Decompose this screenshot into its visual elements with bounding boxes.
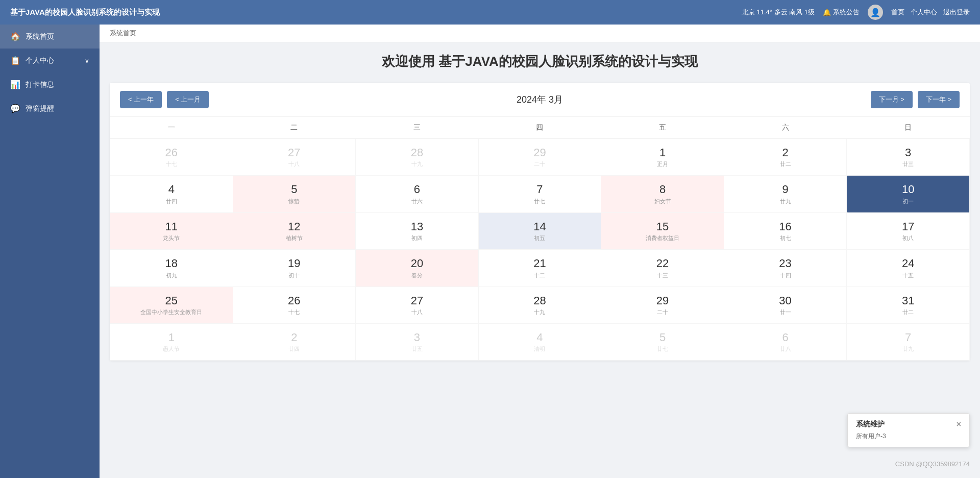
calendar-day[interactable]: 8妇女节 (601, 176, 724, 212)
nav-logout[interactable]: 退出登录 (943, 8, 970, 17)
calendar-day[interactable]: 19初十 (233, 250, 356, 286)
day-number: 30 (728, 294, 843, 307)
calendar-day[interactable]: 14初五 (478, 212, 601, 249)
calendar-day[interactable]: 4廿四 (110, 176, 233, 212)
day-number: 2 (728, 146, 843, 159)
day-lunar: 初五 (483, 234, 597, 242)
calendar-day[interactable]: 4清明 (478, 323, 601, 360)
calendar-day[interactable]: 29二十 (478, 139, 601, 176)
breadcrumb-text: 系统首页 (110, 29, 136, 37)
calendar-day[interactable]: 18初九 (110, 250, 233, 286)
day-number: 29 (483, 146, 597, 159)
calendar-day[interactable]: 15消费者权益日 (601, 212, 724, 249)
calendar-day[interactable]: 6廿六 (356, 176, 479, 212)
calendar-week-4: 25全国中小学生安全教育日26十七27十八28十九29二十30廿一31廿二 (110, 286, 970, 323)
calendar-day[interactable]: 9廿九 (724, 176, 847, 212)
day-number: 6 (360, 183, 474, 196)
calendar-day[interactable]: 2廿四 (233, 323, 356, 360)
calendar-day[interactable]: 3廿三 (847, 139, 970, 176)
sidebar-item-checkin[interactable]: 📊 打卡信息 (0, 73, 100, 97)
system-notice-btn[interactable]: 🔔 系统公告 (823, 8, 860, 17)
prev-year-btn[interactable]: < 上一年 (120, 91, 162, 108)
weekday-tue: 二 (233, 117, 356, 139)
sidebar-item-home[interactable]: 🏠 系统首页 (0, 25, 100, 49)
day-lunar: 二十 (605, 308, 720, 316)
next-nav-group: 下一月 > 下一年 > (871, 91, 960, 108)
calendar-day[interactable]: 7廿七 (478, 176, 601, 212)
weekday-fri: 五 (601, 117, 724, 139)
avatar[interactable]: 👤 (868, 5, 883, 20)
calendar-day[interactable]: 22十三 (601, 250, 724, 286)
day-number: 22 (605, 257, 720, 270)
sidebar-item-profile[interactable]: 📋 个人中心 ∨ (0, 49, 100, 73)
calendar-day[interactable]: 5惊蛰 (233, 176, 356, 212)
header-right: 北京 11.4° 多云 南风 1级 🔔 系统公告 👤 首页 个人中心 退出登录 (742, 5, 970, 20)
calendar-day[interactable]: 13初四 (356, 212, 479, 249)
day-lunar: 廿一 (728, 308, 843, 316)
calendar-day[interactable]: 21十二 (478, 250, 601, 286)
prev-month-btn[interactable]: < 上一月 (167, 91, 209, 108)
next-year-btn[interactable]: 下一年 > (918, 91, 960, 108)
weather-info: 北京 11.4° 多云 南风 1级 (742, 8, 815, 17)
calendar-day[interactable]: 26十七 (233, 286, 356, 323)
calendar-day[interactable]: 27十八 (356, 286, 479, 323)
calendar-day[interactable]: 28十九 (356, 139, 479, 176)
sidebar-checkin-label: 打卡信息 (26, 80, 54, 89)
day-lunar: 廿九 (728, 198, 843, 205)
day-lunar: 十五 (851, 272, 965, 279)
notification-popup: 系统维护 × 所有用户-3 (847, 413, 970, 447)
calendar-day[interactable]: 2廿二 (724, 139, 847, 176)
calendar-week-1: 4廿四5惊蛰6廿六7廿七8妇女节9廿九10初一 (110, 176, 970, 212)
calendar-day[interactable]: 26十七 (110, 139, 233, 176)
calendar-week-2: 11龙头节12植树节13初四14初五15消费者权益日16初七17初八 (110, 212, 970, 249)
weekday-mon: 一 (110, 117, 233, 139)
calendar-day[interactable]: 10初一 (847, 176, 970, 212)
calendar-day[interactable]: 12植树节 (233, 212, 356, 249)
calendar-day[interactable]: 23十四 (724, 250, 847, 286)
sidebar-item-popup[interactable]: 💬 弹窗提醒 (0, 97, 100, 121)
nav-profile[interactable]: 个人中心 (911, 8, 937, 17)
day-number: 25 (114, 294, 229, 307)
calendar-day[interactable]: 28十九 (478, 286, 601, 323)
calendar-day[interactable]: 31廿二 (847, 286, 970, 323)
day-number: 5 (237, 183, 352, 196)
top-header: 基于JAVA的校园人脸识别系统的设计与实现 北京 11.4° 多云 南风 1级 … (0, 0, 980, 25)
day-number: 24 (851, 257, 965, 270)
calendar-week-0: 26十七27十八28十九29二十1正月2廿二3廿三 (110, 139, 970, 176)
nav-home[interactable]: 首页 (891, 8, 904, 17)
prev-nav-group: < 上一年 < 上一月 (120, 91, 209, 108)
day-number: 19 (237, 257, 352, 270)
day-number: 4 (483, 331, 597, 344)
calendar-day[interactable]: 24十五 (847, 250, 970, 286)
day-number: 12 (237, 220, 352, 233)
day-lunar: 龙头节 (114, 234, 229, 242)
day-number: 10 (851, 183, 965, 196)
calendar-day[interactable]: 1愚人节 (110, 323, 233, 360)
day-lunar: 十九 (360, 160, 474, 168)
next-month-btn[interactable]: 下一月 > (871, 91, 913, 108)
day-lunar: 惊蛰 (237, 198, 352, 205)
calendar-day[interactable]: 5廿七 (601, 323, 724, 360)
day-lunar: 春分 (360, 272, 474, 279)
calendar-day[interactable]: 11龙头节 (110, 212, 233, 249)
day-number: 7 (851, 331, 965, 344)
popup-body: 所有用户-3 (856, 432, 961, 441)
calendar-day[interactable]: 20春分 (356, 250, 479, 286)
calendar-day[interactable]: 30廿一 (724, 286, 847, 323)
calendar-day[interactable]: 7廿九 (847, 323, 970, 360)
weekday-sun: 日 (847, 117, 970, 139)
calendar-day[interactable]: 1正月 (601, 139, 724, 176)
calendar-day[interactable]: 3廿五 (356, 323, 479, 360)
calendar-day[interactable]: 6廿八 (724, 323, 847, 360)
calendar-day[interactable]: 25全国中小学生安全教育日 (110, 286, 233, 323)
calendar-day[interactable]: 17初八 (847, 212, 970, 249)
day-number: 3 (851, 146, 965, 159)
breadcrumb: 系统首页 (100, 25, 980, 42)
sidebar-popup-label: 弹窗提醒 (26, 104, 54, 113)
calendar-day[interactable]: 27十八 (233, 139, 356, 176)
day-lunar: 十七 (237, 308, 352, 316)
calendar-day[interactable]: 16初七 (724, 212, 847, 249)
calendar-day[interactable]: 29二十 (601, 286, 724, 323)
day-number: 18 (114, 257, 229, 270)
popup-close-btn[interactable]: × (957, 420, 961, 429)
